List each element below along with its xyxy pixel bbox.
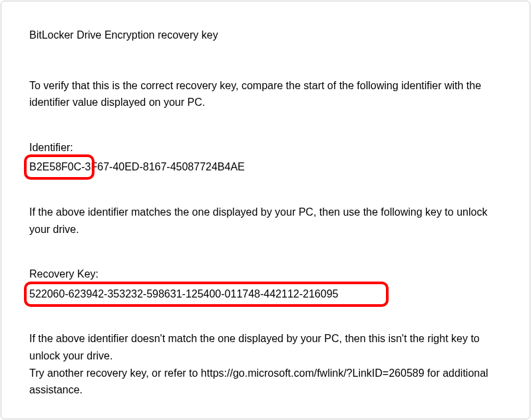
help-text: Try another recovery key, or refer to ht… (29, 365, 502, 399)
document-body: BitLocker Drive Encryption recovery key … (1, 1, 530, 419)
identifier-label: Identifier: (29, 139, 502, 156)
match-instruction: If the above identifier matches the one … (29, 204, 502, 238)
identifier-value: B2E58F0C-3F67-40ED-8167-45087724B4AE (29, 158, 245, 176)
recovery-key-value: 522060-623942-353232-598631-125400-01174… (29, 286, 338, 303)
document-title: BitLocker Drive Encryption recovery key (29, 27, 502, 44)
no-match-text: If the above identifier doesn't match th… (29, 330, 502, 364)
recovery-key-block: 522060-623942-353232-598631-125400-01174… (29, 286, 502, 303)
recovery-key-label: Recovery Key: (29, 266, 502, 283)
intro-text: To verify that this is the correct recov… (29, 77, 502, 111)
identifier-block: B2E58F0C-3F67-40ED-8167-45087724B4AE (29, 158, 502, 176)
